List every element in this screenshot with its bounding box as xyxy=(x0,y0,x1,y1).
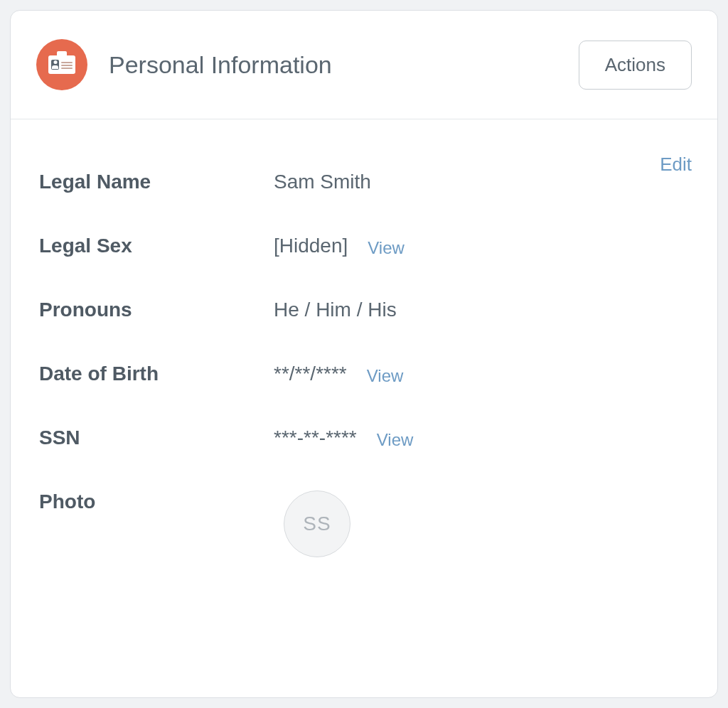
actions-button[interactable]: Actions xyxy=(579,41,692,90)
field-row-pronouns: Pronouns He / Him / His xyxy=(39,299,692,321)
avatar: SS xyxy=(284,490,350,557)
legal-sex-value: [Hidden] xyxy=(274,235,348,257)
field-label: Legal Name xyxy=(39,171,274,193)
field-label: SSN xyxy=(39,427,274,449)
ssn-value: ***-**-**** xyxy=(274,427,357,449)
field-row-dob: Date of Birth **/**/**** View xyxy=(39,363,692,385)
header-left: Personal Information xyxy=(36,39,332,90)
edit-link[interactable]: Edit xyxy=(660,154,692,176)
field-row-legal-sex: Legal Sex [Hidden] View xyxy=(39,235,692,257)
pronouns-value: He / Him / His xyxy=(274,299,397,321)
field-value-wrapper: Sam Smith xyxy=(274,171,371,193)
view-ssn-link[interactable]: View xyxy=(377,430,414,450)
legal-name-value: Sam Smith xyxy=(274,171,371,193)
field-value-wrapper: ***-**-**** View xyxy=(274,427,413,449)
card-body: Edit Legal Name Sam Smith Legal Sex [Hid… xyxy=(11,119,717,583)
dob-value: **/**/**** xyxy=(274,363,347,385)
field-row-ssn: SSN ***-**-**** View xyxy=(39,427,692,449)
view-dob-link[interactable]: View xyxy=(367,366,404,386)
card-header: Personal Information Actions xyxy=(11,11,717,119)
personal-information-card: Personal Information Actions Edit Legal … xyxy=(10,10,718,698)
field-label: Legal Sex xyxy=(39,235,274,257)
field-row-photo: Photo SS xyxy=(39,490,692,557)
id-card-icon xyxy=(36,39,87,90)
field-value-wrapper: **/**/**** View xyxy=(274,363,403,385)
field-value-wrapper: [Hidden] View xyxy=(274,235,405,257)
field-row-legal-name: Legal Name Sam Smith xyxy=(39,171,692,193)
field-value-wrapper: He / Him / His xyxy=(274,299,397,321)
view-legal-sex-link[interactable]: View xyxy=(368,238,405,258)
field-label: Pronouns xyxy=(39,299,274,321)
card-title: Personal Information xyxy=(109,51,332,79)
field-label: Photo xyxy=(39,490,274,513)
field-label: Date of Birth xyxy=(39,363,274,385)
